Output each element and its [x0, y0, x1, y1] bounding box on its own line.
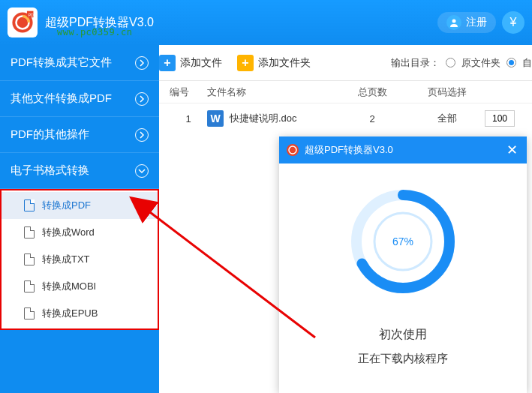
app-logo: PDF — [8, 8, 38, 38]
sidebar-item-label: 转换成MOBI — [42, 280, 96, 293]
col-name: 文件名称 — [207, 86, 335, 99]
add-folder-label: 添加文件夹 — [258, 56, 311, 70]
add-file-label: 添加文件 — [180, 56, 222, 70]
radio-custom-folder[interactable] — [506, 58, 516, 68]
radio-original-folder[interactable] — [446, 58, 455, 68]
sidebar-cat-label: PDF的其他操作 — [11, 128, 89, 142]
add-file-button[interactable]: + 添加文件 — [159, 55, 222, 71]
sidebar-cat-pdf-to-other[interactable]: PDF转换成其它文件 — [0, 45, 159, 81]
sidebar-cat-label: 电子书格式转换 — [11, 164, 89, 178]
sidebar-item-to-txt[interactable]: 转换成TXT — [2, 246, 158, 273]
radio-original-label: 原文件夹 — [461, 56, 500, 70]
add-folder-button[interactable]: + 添加文件夹 — [237, 55, 311, 71]
sidebar-item-to-word[interactable]: 转换成Word — [2, 219, 158, 246]
sidebar-item-to-pdf[interactable]: 转换成PDF — [2, 192, 158, 219]
col-num: 编号 — [170, 86, 207, 99]
col-pages: 总页数 — [335, 86, 410, 99]
file-icon — [24, 200, 35, 212]
register-button[interactable]: 注册 — [437, 12, 496, 33]
sidebar-cat-label: 其他文件转换成PDF — [11, 92, 112, 106]
cell-num: 1 — [170, 113, 207, 124]
watermark-url: www.pc0359.cn — [57, 27, 132, 38]
table-header: 编号 文件名称 总页数 页码选择 — [159, 81, 532, 104]
price-button[interactable]: ¥ — [502, 11, 524, 34]
progress-dialog: 超级PDF转换器V3.0 ✕ 67% 初次使用 正在下载内核程序 — [279, 136, 527, 393]
table-row[interactable]: 1 W 快捷键说明.doc 2 全部 — [159, 104, 532, 134]
word-icon: W — [207, 110, 224, 127]
chevron-right-icon — [135, 92, 149, 106]
progress-percent: 67% — [392, 236, 413, 248]
sidebar-cat-pdf-other-ops[interactable]: PDF的其他操作 — [0, 117, 159, 153]
dialog-line2: 正在下载内核程序 — [358, 352, 448, 366]
plus-icon: + — [237, 55, 254, 71]
sidebar-item-label: 转换成TXT — [42, 253, 90, 266]
register-label: 注册 — [466, 16, 487, 29]
radio-custom-label: 自 — [522, 56, 532, 70]
file-icon — [24, 226, 35, 238]
file-icon — [24, 308, 35, 320]
svg-text:PDF: PDF — [29, 13, 35, 17]
file-icon — [24, 254, 35, 266]
chevron-right-icon — [135, 128, 149, 142]
output-dir-label: 输出目录： — [391, 56, 440, 70]
close-icon[interactable]: ✕ — [503, 141, 521, 159]
chevron-right-icon — [135, 56, 149, 70]
sidebar-cat-other-to-pdf[interactable]: 其他文件转换成PDF — [0, 81, 159, 117]
sidebar-item-label: 转换成Word — [42, 226, 95, 239]
chevron-down-icon — [135, 164, 149, 178]
sidebar-item-label: 转换成EPUB — [42, 307, 98, 320]
sidebar-item-to-mobi[interactable]: 转换成MOBI — [2, 273, 158, 300]
user-icon — [446, 15, 461, 30]
dialog-line1: 初次使用 — [379, 327, 427, 343]
cell-pages: 2 — [335, 113, 410, 124]
progress-ring: 67% — [343, 182, 463, 302]
sidebar-item-to-epub[interactable]: 转换成EPUB — [2, 300, 158, 327]
cell-filename: 快捷键说明.doc — [230, 112, 297, 125]
dialog-titlebar[interactable]: 超级PDF转换器V3.0 ✕ — [279, 136, 527, 164]
col-range: 页码选择 — [410, 86, 485, 99]
dialog-title: 超级PDF转换器V3.0 — [305, 143, 393, 157]
sidebar-cat-label: PDF转换成其它文件 — [11, 56, 112, 70]
app-logo-icon — [285, 142, 300, 158]
svg-point-4 — [452, 20, 456, 23]
cell-range[interactable]: 全部 — [410, 112, 485, 125]
file-icon — [24, 280, 35, 292]
sidebar-item-label: 转换成PDF — [42, 199, 91, 212]
sidebar-sublist: 转换成PDF 转换成Word 转换成TXT 转换成MOBI 转换成EPUB — [0, 189, 159, 330]
output-dir-group: 输出目录： 原文件夹 自 — [391, 56, 532, 70]
plus-icon: + — [159, 55, 176, 71]
sidebar: PDF转换成其它文件 其他文件转换成PDF PDF的其他操作 电子书格式转换 转… — [0, 45, 159, 393]
yen-icon: ¥ — [510, 16, 517, 29]
sidebar-cat-ebook[interactable]: 电子书格式转换 — [0, 153, 159, 189]
percent-input[interactable] — [485, 110, 515, 127]
